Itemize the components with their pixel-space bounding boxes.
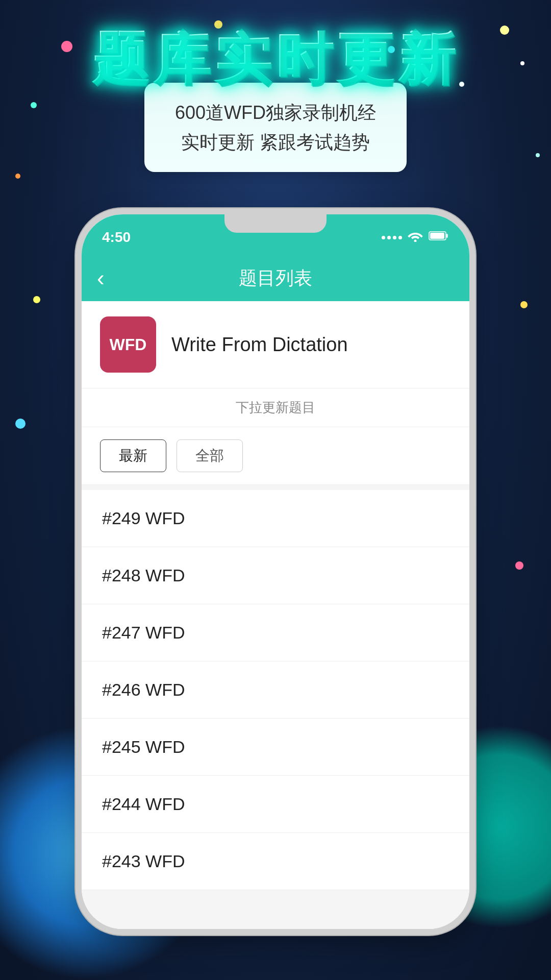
list-item[interactable]: #243 WFD — [82, 833, 469, 890]
list-item[interactable]: #248 WFD — [82, 547, 469, 604]
filter-tabs: 最新 全部 — [82, 427, 469, 485]
svg-rect-3 — [430, 233, 444, 239]
wfd-title: Write From Dictation — [171, 334, 348, 356]
wfd-icon-text: WFD — [110, 335, 147, 354]
banner-subtitle-box: 600道WFD独家录制机经 实时更新 紧跟考试趋势 — [144, 83, 407, 172]
phone-notch — [224, 214, 327, 233]
filter-tab-all[interactable]: 全部 — [177, 439, 243, 472]
status-time: 4:50 — [102, 229, 131, 246]
banner-subtitle: 600道WFD独家录制机经 实时更新 紧跟考试趋势 — [175, 98, 376, 157]
wfd-icon: WFD — [100, 316, 156, 373]
top-banner: 题库实时更新 600道WFD独家录制机经 实时更新 紧跟考试趋势 — [0, 31, 551, 172]
nav-title: 题目列表 — [239, 266, 312, 291]
phone-content: WFD Write From Dictation 下拉更新题目 最新 全部 #2… — [82, 301, 469, 929]
pull-refresh-hint: 下拉更新题目 — [82, 388, 469, 427]
banner-subtitle-line1: 600道WFD独家录制机经 — [175, 102, 376, 123]
filter-tab-latest[interactable]: 最新 — [100, 439, 166, 472]
battery-icon — [429, 230, 449, 244]
wfd-header: WFD Write From Dictation — [82, 301, 469, 388]
list-item[interactable]: #247 WFD — [82, 604, 469, 662]
list-item[interactable]: #244 WFD — [82, 776, 469, 833]
wifi-icon — [407, 230, 423, 245]
banner-subtitle-line2: 实时更新 紧跟考试趋势 — [181, 132, 370, 153]
list-item[interactable]: #245 WFD — [82, 719, 469, 776]
svg-rect-2 — [446, 234, 448, 238]
back-button[interactable]: ‹ — [97, 265, 105, 291]
list-item[interactable]: #249 WFD — [82, 490, 469, 547]
signal-icon — [382, 236, 402, 239]
question-list: #249 WFD#248 WFD#247 WFD#246 WFD#245 WFD… — [82, 490, 469, 890]
banner-title: 题库实时更新 — [92, 31, 459, 88]
list-item[interactable]: #246 WFD — [82, 662, 469, 719]
svg-point-0 — [414, 240, 417, 242]
phone-mockup: 4:50 — [82, 214, 469, 929]
nav-bar: ‹ 题目列表 — [82, 255, 469, 301]
status-icons — [382, 230, 449, 245]
